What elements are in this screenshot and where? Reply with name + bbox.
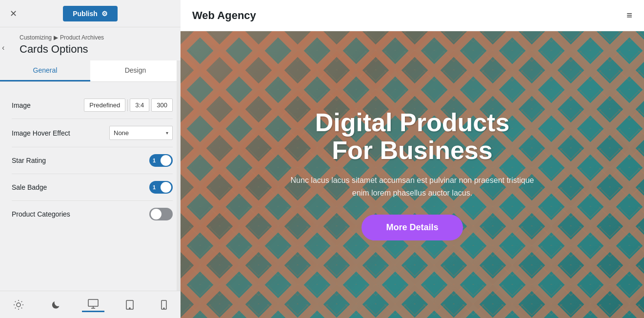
sale-badge-setting-row: Sale Badge 1	[12, 174, 173, 201]
back-button[interactable]: ‹	[0, 41, 8, 54]
desktop-icon	[88, 299, 99, 309]
tabs: General Design	[0, 60, 181, 82]
predefined-button[interactable]: Predefined	[84, 99, 125, 112]
breadcrumb-arrow: ▶	[54, 34, 58, 41]
scroll-track	[177, 60, 181, 291]
product-categories-toggle[interactable]	[149, 208, 173, 220]
tab-design[interactable]: Design	[90, 60, 181, 81]
page-title: Cards Options	[20, 43, 173, 56]
hero-title-line2: For Business	[332, 136, 492, 164]
svg-point-15	[163, 308, 164, 309]
breadcrumb-root: Customizing	[20, 34, 52, 41]
hero-background: Digital Products For Business Nunc lacus…	[181, 31, 644, 318]
hero-title-line1: Digital Products	[315, 108, 510, 137]
sun-icon	[14, 300, 23, 310]
sale-badge-label: Sale Badge	[12, 183, 47, 191]
size-button[interactable]: 300	[151, 99, 173, 112]
hamburger-icon[interactable]: ≡	[626, 10, 632, 21]
svg-line-6	[21, 301, 22, 301]
product-categories-setting-row: Product Categories	[12, 201, 173, 227]
star-rating-toggle[interactable]: 1	[149, 154, 173, 167]
gear-icon: ⚙	[101, 10, 108, 18]
svg-point-0	[17, 303, 20, 307]
breadcrumb: Customizing ▶ Product Archives	[20, 34, 173, 41]
image-setting-row: Image Predefined 3:4 300	[12, 92, 173, 119]
hover-effect-value: None	[114, 129, 129, 137]
preview-area: Web Agency ≡	[181, 0, 644, 318]
chevron-down-icon: ▾	[166, 130, 168, 136]
hover-effect-select[interactable]: None ▾	[109, 126, 173, 140]
image-label: Image	[12, 101, 31, 109]
svg-rect-9	[88, 299, 98, 306]
moon-icon	[51, 300, 60, 310]
top-bar: ✕ Publish ⚙	[0, 0, 181, 27]
image-control: Predefined 3:4 300	[84, 99, 173, 112]
close-button[interactable]: ✕	[6, 6, 21, 21]
hero-subtitle: Nunc lacus lacus sitamet accumsan est pu…	[290, 174, 534, 199]
svg-line-8	[21, 307, 22, 308]
svg-point-13	[129, 308, 130, 309]
star-rating-label: Star Rating	[12, 157, 46, 164]
toggle-knob	[161, 155, 171, 166]
separator	[127, 99, 128, 111]
tablet-view-button[interactable]	[120, 298, 140, 312]
toggle-on-label: 1	[153, 184, 156, 190]
svg-line-5	[15, 301, 16, 301]
tablet-icon	[126, 300, 134, 310]
site-title: Web Agency	[192, 9, 256, 22]
toggle-knob	[151, 209, 161, 219]
mobile-view-button[interactable]	[155, 298, 173, 312]
customizer-panel: ✕ Publish ⚙ ‹ Customizing ▶ Product Arch…	[0, 0, 181, 318]
svg-line-7	[15, 307, 16, 308]
bottom-toolbar	[0, 291, 181, 318]
settings-area: Image Predefined 3:4 300 Image Hover Eff…	[0, 82, 181, 237]
breadcrumb-section: Product Archives	[60, 34, 104, 41]
tab-general[interactable]: General	[0, 60, 90, 81]
theme-dark-button[interactable]	[45, 298, 66, 312]
toggle-knob	[161, 182, 171, 193]
toggle-on-label: 1	[153, 158, 156, 163]
desktop-view-button[interactable]	[82, 297, 104, 312]
breadcrumb-area: ‹ Customizing ▶ Product Archives Cards O…	[0, 27, 181, 60]
site-header: Web Agency ≡	[181, 0, 644, 31]
sale-badge-toggle[interactable]: 1	[149, 181, 173, 194]
panel-content: General Design Image Predefined 3:4 300 …	[0, 60, 181, 291]
star-rating-setting-row: Star Rating 1	[12, 147, 173, 174]
ratio-button[interactable]: 3:4	[130, 99, 149, 112]
mobile-icon	[161, 300, 167, 310]
publish-button[interactable]: Publish ⚙	[63, 6, 118, 21]
hero-section: Digital Products For Business Nunc lacus…	[181, 31, 644, 318]
hero-content: Digital Products For Business Nunc lacus…	[281, 99, 544, 251]
hero-title: Digital Products For Business	[290, 109, 534, 164]
hover-effect-label: Image Hover Effect	[12, 129, 70, 137]
publish-label: Publish	[73, 10, 98, 18]
hover-effect-setting-row: Image Hover Effect None ▾	[12, 119, 173, 147]
hero-cta-button[interactable]: More Details	[362, 215, 463, 240]
theme-light-button[interactable]	[8, 298, 29, 312]
product-categories-label: Product Categories	[12, 210, 70, 218]
